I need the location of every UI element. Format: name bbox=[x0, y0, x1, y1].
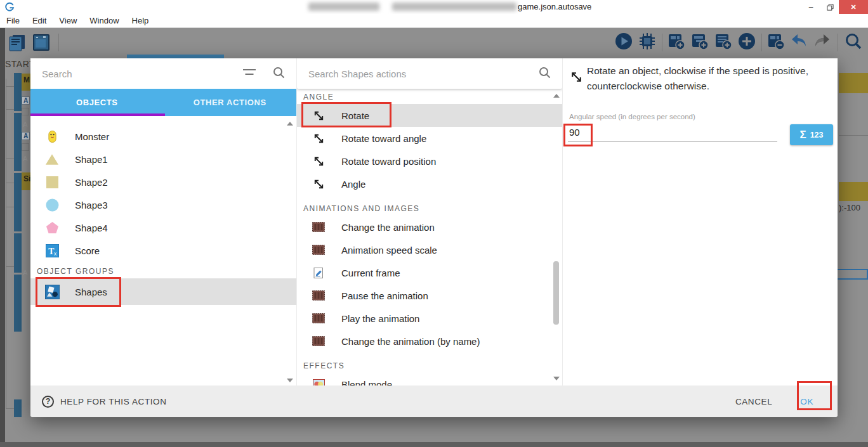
toolbar-separator bbox=[662, 34, 662, 51]
restore-button[interactable] bbox=[821, 0, 839, 14]
scene-editor-icon[interactable] bbox=[32, 33, 51, 55]
object-name: Monster bbox=[75, 131, 109, 142]
action-item-change-animation-by-name[interactable]: Change the animation (by name) bbox=[297, 330, 562, 353]
event-tree-stub bbox=[6, 183, 14, 183]
scroll-down-arrow[interactable] bbox=[553, 377, 560, 380]
dialog-footer: ? HELP FOR THIS ACTION CANCEL OK bbox=[30, 385, 838, 417]
event-tree-line bbox=[6, 79, 6, 408]
menu-window[interactable]: Window bbox=[83, 16, 125, 25]
action-item-change-animation[interactable]: Change the animation bbox=[297, 216, 562, 238]
section-header-animations: ANIMATIONS AND IMAGES bbox=[297, 195, 562, 216]
delete-event-icon[interactable] bbox=[766, 32, 786, 53]
menu-file[interactable]: File bbox=[0, 16, 26, 25]
object-name: Shape1 bbox=[75, 154, 108, 165]
text-object-icon: Tx bbox=[44, 243, 60, 258]
action-label: Rotate toward angle bbox=[341, 133, 426, 144]
cancel-button[interactable]: CANCEL bbox=[735, 397, 772, 406]
help-button[interactable]: HELP FOR THIS ACTION bbox=[60, 397, 167, 406]
event-block bbox=[14, 173, 22, 231]
gdevelop-logo-icon bbox=[4, 2, 15, 15]
action-item-blend-mode[interactable]: Blend mode bbox=[297, 373, 562, 385]
rotate-icon bbox=[311, 131, 326, 146]
event-block bbox=[14, 275, 22, 332]
section-header-effects: EFFECTS bbox=[297, 353, 562, 373]
objects-search-bar bbox=[30, 58, 296, 89]
actions-search-input[interactable] bbox=[297, 68, 539, 79]
objects-search-input[interactable] bbox=[30, 68, 242, 79]
event-block bbox=[14, 73, 22, 111]
action-item-angle[interactable]: Angle bbox=[297, 172, 562, 195]
event-header-fragment: M bbox=[22, 74, 30, 91]
condition-empty-fragment bbox=[22, 108, 29, 115]
event-header-fragment-right bbox=[839, 73, 868, 93]
events-sheet-icon[interactable] bbox=[8, 33, 27, 55]
play-preview-icon[interactable] bbox=[614, 32, 633, 53]
list-item-shape3[interactable]: Shape3 bbox=[30, 193, 296, 216]
list-item-shapes-group[interactable]: Shapes bbox=[30, 278, 296, 305]
tab-objects[interactable]: OBJECTS bbox=[30, 89, 164, 116]
restore-icon bbox=[827, 4, 834, 11]
event-tree-stub bbox=[6, 207, 14, 207]
action-item-play-animation[interactable]: Play the animation bbox=[297, 307, 562, 330]
list-item-shape4[interactable]: Shape4 bbox=[30, 216, 296, 239]
add-circle-icon[interactable] bbox=[737, 32, 756, 53]
action-label: Current frame bbox=[341, 268, 400, 278]
action-item-animation-speed-scale[interactable]: Animation speed scale bbox=[297, 238, 562, 261]
actions-list: ANGLE Rotate Rotate toward angle Rotate … bbox=[297, 89, 562, 385]
help-icon[interactable]: ? bbox=[42, 396, 54, 408]
event-divider bbox=[839, 135, 868, 136]
triangle-shape-icon bbox=[44, 152, 60, 167]
redacted-title-segment bbox=[392, 3, 516, 11]
event-tree-stub bbox=[6, 86, 14, 87]
action-item-current-frame[interactable]: Current frame bbox=[297, 261, 562, 284]
action-ghost-fragment: A bbox=[23, 155, 27, 162]
action-item-rotate-toward-position[interactable]: Rotate toward position bbox=[297, 150, 562, 172]
expression-editor-button[interactable]: Σ 123 bbox=[790, 124, 833, 145]
list-item-score[interactable]: Tx Score bbox=[30, 239, 296, 262]
add-subevent-icon[interactable] bbox=[690, 32, 709, 53]
angular-speed-input[interactable] bbox=[568, 124, 777, 142]
action-description: Rotate an object, clockwise if the speed… bbox=[587, 63, 836, 94]
add-comment-icon[interactable] bbox=[714, 32, 733, 53]
scroll-up-arrow[interactable] bbox=[553, 94, 560, 98]
pentagon-shape-icon bbox=[44, 220, 60, 235]
scroll-up-arrow[interactable] bbox=[287, 122, 293, 126]
event-tree-stub bbox=[6, 109, 14, 110]
menubar: File Edit View Window Help bbox=[0, 14, 868, 28]
list-item-shape2[interactable]: Shape2 bbox=[30, 171, 296, 193]
scroll-down-arrow[interactable] bbox=[287, 379, 293, 382]
actions-search-icon[interactable] bbox=[539, 67, 551, 81]
action-item-pause-animation[interactable]: Pause the animation bbox=[297, 284, 562, 307]
tab-other-actions[interactable]: OTHER ACTIONS bbox=[164, 89, 297, 116]
filter-icon[interactable] bbox=[242, 68, 256, 79]
action-parameters-panel: Rotate an object, clockwise if the speed… bbox=[562, 58, 838, 385]
window-titlebar: game.json.autosave – ✕ bbox=[0, 0, 868, 14]
menu-help[interactable]: Help bbox=[126, 16, 155, 25]
scrollbar-thumb[interactable] bbox=[553, 261, 559, 325]
toolbar-separator bbox=[58, 34, 59, 51]
ok-button[interactable]: OK bbox=[800, 397, 813, 406]
window-title: game.json.autosave bbox=[518, 0, 591, 14]
action-item-rotate[interactable]: Rotate bbox=[297, 104, 562, 127]
redo-icon[interactable] bbox=[813, 32, 831, 53]
undo-icon[interactable] bbox=[790, 32, 808, 53]
rotate-icon bbox=[311, 108, 326, 123]
film-strip-icon bbox=[311, 219, 326, 235]
action-item-rotate-toward-angle[interactable]: Rotate toward angle bbox=[297, 127, 562, 150]
blend-mode-icon bbox=[311, 377, 326, 385]
close-button[interactable]: ✕ bbox=[839, 0, 868, 14]
sigma-icon: Σ bbox=[799, 129, 806, 141]
minimize-button[interactable]: – bbox=[801, 0, 821, 14]
object-name: Score bbox=[75, 245, 100, 256]
toolbar-search-icon[interactable] bbox=[844, 32, 863, 53]
menu-view[interactable]: View bbox=[53, 16, 83, 25]
menu-edit[interactable]: Edit bbox=[26, 16, 53, 25]
event-tree-stub bbox=[6, 266, 14, 267]
list-item-shape1[interactable]: Shape1 bbox=[30, 148, 296, 171]
list-item-monster[interactable]: Monster bbox=[30, 125, 296, 148]
debug-icon[interactable] bbox=[638, 32, 657, 53]
rotate-icon bbox=[311, 153, 326, 169]
add-event-icon[interactable] bbox=[667, 32, 686, 53]
objects-search-icon[interactable] bbox=[273, 67, 285, 81]
svg-text:T: T bbox=[48, 246, 54, 256]
